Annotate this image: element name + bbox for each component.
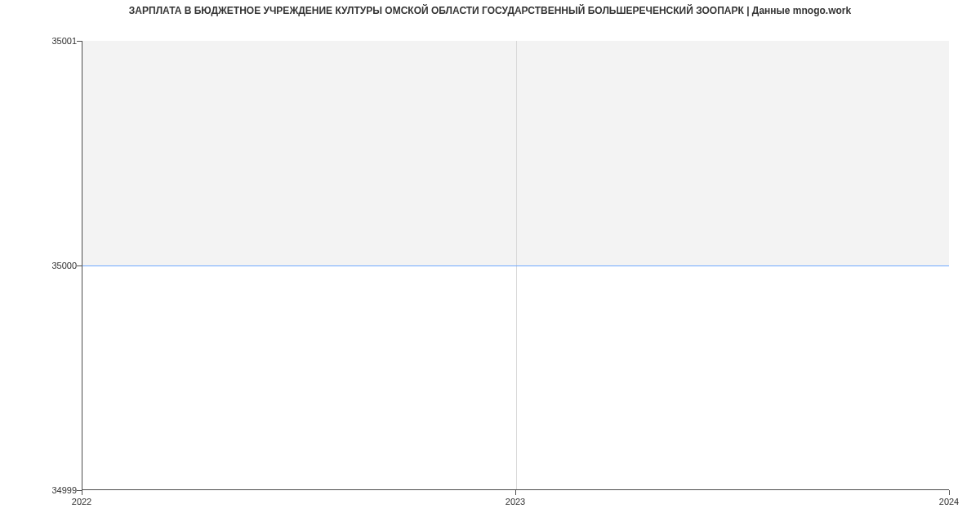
- x-tick-label: 2023: [506, 497, 525, 506]
- x-tick-mark: [949, 490, 950, 495]
- x-tick-mark: [82, 490, 82, 495]
- x-tick-label: 2024: [939, 497, 959, 506]
- salary-line-chart: ЗАРПЛАТА В БЮДЖЕТНОЕ УЧРЕЖДЕНИЕ КУЛТУРЫ …: [0, 0, 980, 531]
- y-tick-label: 35000: [51, 261, 77, 270]
- y-tick-label: 34999: [51, 485, 77, 495]
- x-tick-label: 2022: [72, 497, 91, 506]
- series-line: [82, 266, 949, 266]
- y-tick-label: 35001: [51, 36, 77, 46]
- plot-area: [82, 41, 949, 490]
- chart-title: ЗАРПЛАТА В БЮДЖЕТНОЕ УЧРЕЖДЕНИЕ КУЛТУРЫ …: [0, 5, 980, 16]
- x-tick-mark: [515, 490, 516, 495]
